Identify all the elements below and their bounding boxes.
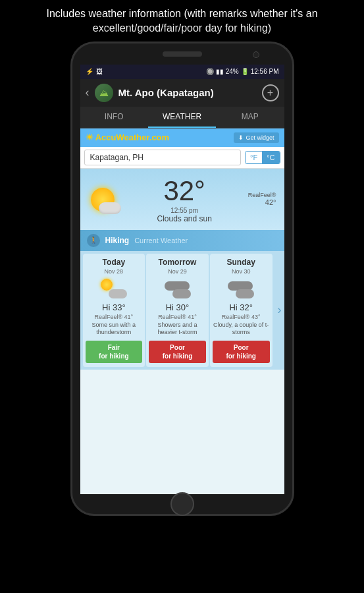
annotation-text: Includes weather information (with remar… xyxy=(0,0,364,42)
mini-cloud-0 xyxy=(109,289,127,298)
status-right: 🔘 ▮▮ 24% 🔋 12:56 PM xyxy=(206,68,279,75)
forecast-day-0: Today xyxy=(103,258,125,267)
forecast-container: Today Nov 28 Hi 33° RealFeel® 41° Some s… xyxy=(80,251,284,370)
phone-bottom xyxy=(72,494,292,514)
download-icon: ⬇ xyxy=(238,134,244,141)
battery-percent: 24% xyxy=(226,68,239,75)
app-icon: ⛰ xyxy=(95,84,113,102)
status-left: ⚡ 🖼 xyxy=(86,68,103,75)
add-button[interactable]: + xyxy=(262,84,279,101)
weather-time: 12:55 pm xyxy=(157,207,211,214)
celsius-button[interactable]: °C xyxy=(262,152,279,163)
hiking-icon: 🚶 xyxy=(87,234,100,247)
current-weather: 32° 12:55 pm Clouds and sun RealFeel® 42… xyxy=(80,169,284,230)
forecast-badge-0: Fairfor hiking xyxy=(86,341,143,363)
image-icon: 🖼 xyxy=(96,68,103,75)
app-title: Mt. Apo (Kapatagan) xyxy=(118,87,257,98)
forecast-badge-1: Poorfor hiking xyxy=(149,341,206,363)
phone-shell: ⚡ 🖼 🔘 ▮▮ 24% 🔋 12:56 PM ‹ ⛰ Mt. Apo (Kap… xyxy=(70,42,294,516)
realfeel-label: RealFeel® xyxy=(248,192,276,198)
content-area: ☀ AccuWeather.com ⬇ Get widget °F °C xyxy=(80,128,284,494)
forecast-temp-0: Hi 33° xyxy=(102,302,126,312)
accu-logo: ☀ AccuWeather.com xyxy=(86,132,170,142)
forecast-realfeel-0: RealFeel® 41° xyxy=(94,314,133,320)
home-button[interactable] xyxy=(170,492,194,516)
forecast-icon-0 xyxy=(101,279,127,298)
search-bar: °F °C xyxy=(80,147,284,169)
forecast-next-arrow[interactable]: › xyxy=(275,251,284,370)
phone-speaker xyxy=(163,51,202,57)
current-temperature: 32° xyxy=(157,175,211,207)
clock: 12:56 PM xyxy=(251,68,279,75)
wifi-icon: 🔘 xyxy=(206,68,214,75)
phone-top xyxy=(72,43,292,65)
tab-bar: INFO WEATHER MAP xyxy=(80,107,284,128)
usb-icon: ⚡ xyxy=(86,68,93,75)
forecast-desc-0: Some sun with a thunderstorm xyxy=(86,322,143,337)
forecast-date-0: Nov 28 xyxy=(105,268,124,275)
forecast-day-2: Sunday xyxy=(227,258,255,267)
forecast-date-2: Nov 30 xyxy=(232,268,251,275)
tab-info[interactable]: INFO xyxy=(80,107,148,128)
forecast-desc-1: Showers and a heavier t-storm xyxy=(149,322,206,337)
signal-icon: ▮▮ xyxy=(216,68,224,75)
fahrenheit-button[interactable]: °F xyxy=(246,152,262,163)
weather-icon xyxy=(88,183,121,215)
forecast-day-1: Tomorrow xyxy=(159,258,197,267)
forecast-icon-1 xyxy=(165,279,191,298)
cloud-overlay xyxy=(99,202,121,214)
forecast-card-sunday: Sunday Nov 30 Hi 32° RealFeel® 43° Cloud… xyxy=(210,254,273,367)
tab-weather[interactable]: WEATHER xyxy=(148,107,216,128)
forecast-date-1: Nov 29 xyxy=(168,268,187,275)
battery-icon: 🔋 xyxy=(241,68,249,75)
forecast-icon-2 xyxy=(228,279,254,298)
mini-sun-0 xyxy=(101,279,113,291)
screen: ⚡ 🖼 🔘 ▮▮ 24% 🔋 12:56 PM ‹ ⛰ Mt. Apo (Kap… xyxy=(80,65,284,494)
forecast-temp-1: Hi 30° xyxy=(166,302,190,312)
mini-cloud-1 xyxy=(172,289,191,298)
tab-map[interactable]: MAP xyxy=(216,107,284,128)
location-input[interactable] xyxy=(84,150,242,165)
hiking-bar: 🚶 Hiking Current Weather xyxy=(80,230,284,251)
forecast-temp-2: Hi 32° xyxy=(229,302,253,312)
realfeel-section: RealFeel® 42° xyxy=(248,192,276,206)
forecast-card-today: Today Nov 28 Hi 33° RealFeel® 41° Some s… xyxy=(83,254,145,367)
back-button[interactable]: ‹ xyxy=(86,86,90,99)
forecast-realfeel-1: RealFeel® 41° xyxy=(158,314,197,320)
forecast-cards: Today Nov 28 Hi 33° RealFeel® 41° Some s… xyxy=(80,251,275,370)
get-widget-button[interactable]: ⬇ Get widget xyxy=(234,132,278,143)
unit-toggle: °F °C xyxy=(245,151,280,164)
forecast-badge-2: Poorfor hiking xyxy=(213,341,270,363)
app-bar: ‹ ⛰ Mt. Apo (Kapatagan) + xyxy=(80,79,284,107)
forecast-realfeel-2: RealFeel® 43° xyxy=(222,314,261,320)
phone-camera xyxy=(253,51,259,58)
realfeel-value: 42° xyxy=(248,198,276,206)
weather-description: Clouds and sun xyxy=(157,214,211,223)
status-bar: ⚡ 🖼 🔘 ▮▮ 24% 🔋 12:56 PM xyxy=(80,65,284,79)
forecast-desc-2: Cloudy, a couple of t-storms xyxy=(213,322,270,337)
accu-header: ☀ AccuWeather.com ⬇ Get widget xyxy=(80,128,284,147)
hiking-sublabel: Current Weather xyxy=(134,237,188,244)
mini-cloud-2 xyxy=(236,289,254,298)
hiking-label: Hiking xyxy=(105,236,130,245)
forecast-card-tomorrow: Tomorrow Nov 29 Hi 30° RealFeel® 41° Sho… xyxy=(146,254,209,367)
temperature-section: 32° 12:55 pm Clouds and sun xyxy=(157,175,211,223)
